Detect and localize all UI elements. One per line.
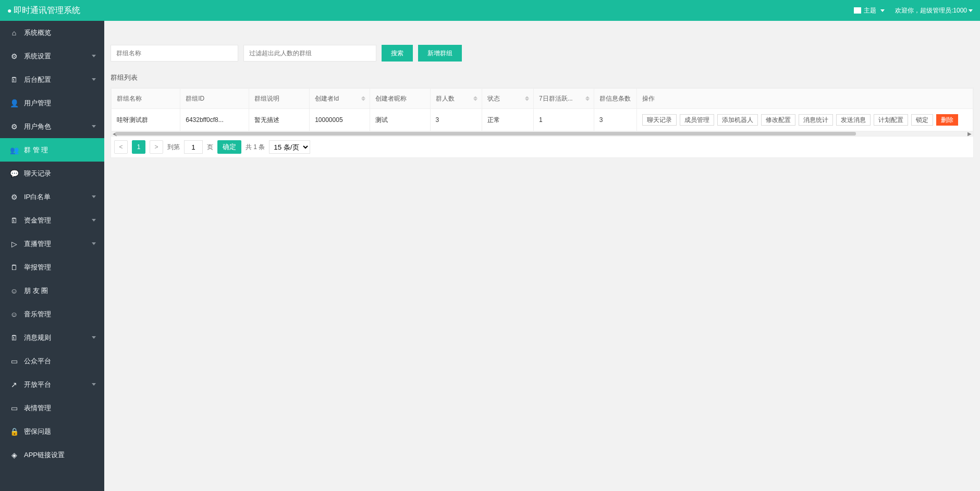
sidebar-item-icon: 🗓 xyxy=(9,76,19,84)
sidebar-item[interactable]: 👤用户管理 xyxy=(0,91,104,115)
chevron-down-icon xyxy=(92,383,96,386)
table-cell: 测试 xyxy=(370,109,430,131)
create-group-button[interactable]: 新增群组 xyxy=(418,45,462,62)
row-action-button[interactable]: 发送消息 xyxy=(836,114,871,126)
page-unit-label: 页 xyxy=(207,143,213,152)
column-header[interactable]: 状态 xyxy=(482,89,533,109)
row-action-button[interactable]: 成员管理 xyxy=(680,114,714,126)
sidebar-item-label: 系统设置 xyxy=(24,52,95,61)
row-action-button[interactable]: 聊天记录 xyxy=(642,114,677,126)
goto-label: 到第 xyxy=(167,143,180,152)
theme-label: 主题 xyxy=(864,6,876,15)
sort-icon xyxy=(585,96,590,101)
column-header[interactable]: 群人数 xyxy=(430,89,482,109)
sidebar-item[interactable]: ↗开放平台 xyxy=(0,373,104,396)
horizontal-scrollbar[interactable]: ◀ ▶ xyxy=(111,131,973,137)
theme-switcher[interactable]: 主题 xyxy=(854,6,885,15)
table-cell: 1 xyxy=(533,109,594,131)
sidebar-item[interactable]: ▭表情管理 xyxy=(0,396,104,420)
row-action-button[interactable]: 计划配置 xyxy=(874,114,908,126)
table-cell: 10000005 xyxy=(310,109,370,131)
column-header: 操作 xyxy=(637,89,973,109)
table-cell: 暂无描述 xyxy=(249,109,310,131)
welcome-text: 欢迎你，超级管理员:1000 xyxy=(895,6,967,15)
sidebar-item-label: 后台配置 xyxy=(24,75,95,84)
sidebar-item-label: 聊天记录 xyxy=(24,169,95,178)
sidebar-item[interactable]: ☺音乐管理 xyxy=(0,302,104,326)
pagination: < 1 > 到第 页 确定 共 1 条 15 条/页 xyxy=(111,137,973,157)
sidebar-item-icon: 👤 xyxy=(9,99,19,107)
prev-page-button[interactable]: < xyxy=(114,140,128,154)
app-logo-dot: ● xyxy=(7,7,11,14)
sidebar-item[interactable]: ☺朋 友 圈 xyxy=(0,279,104,302)
sidebar-item-icon: 🗓 xyxy=(9,334,19,342)
sidebar-item[interactable]: 🗓后台配置 xyxy=(0,68,104,91)
chevron-down-icon xyxy=(880,9,885,12)
chevron-down-icon xyxy=(92,195,96,198)
column-header[interactable]: 创建者Id xyxy=(310,89,370,109)
sort-icon xyxy=(473,96,477,101)
row-action-button[interactable]: 锁定 xyxy=(911,114,933,126)
sidebar-item[interactable]: 💬聊天记录 xyxy=(0,162,104,185)
chevron-down-icon xyxy=(969,9,973,12)
list-title: 群组列表 xyxy=(111,73,974,82)
row-action-button[interactable]: 删除 xyxy=(936,114,958,126)
sidebar-item-label: 举报管理 xyxy=(24,263,95,272)
sidebar-item-label: 开放平台 xyxy=(24,380,95,389)
goto-confirm-button[interactable]: 确定 xyxy=(217,140,241,154)
sidebar-item-icon: 🗒 xyxy=(9,263,19,272)
member-count-filter-input[interactable] xyxy=(243,45,376,62)
group-name-input[interactable] xyxy=(111,45,238,62)
chevron-down-icon xyxy=(92,242,96,245)
row-action-button[interactable]: 修改配置 xyxy=(761,114,795,126)
sidebar-item-label: 音乐管理 xyxy=(24,310,95,319)
sidebar-item-icon: ◈ xyxy=(9,451,19,459)
column-header: 群组名称 xyxy=(112,89,180,109)
goto-page-input[interactable] xyxy=(184,140,203,154)
app-title: 即时通讯管理系统 xyxy=(14,5,80,16)
next-page-button[interactable]: > xyxy=(150,140,163,154)
column-header: 群信息条数 xyxy=(594,89,637,109)
sidebar-item[interactable]: 🔒密保问题 xyxy=(0,420,104,443)
sidebar-item-icon: 💬 xyxy=(9,169,19,178)
row-action-button[interactable]: 添加机器人 xyxy=(717,114,758,126)
column-header: 创建者昵称 xyxy=(370,89,430,109)
sidebar-item-icon: ⚙ xyxy=(9,122,19,131)
sidebar-item-label: IP白名单 xyxy=(24,192,95,202)
sidebar-item-label: 密保问题 xyxy=(24,427,95,436)
table-cell: 3 xyxy=(594,109,637,131)
sidebar-item[interactable]: 🗓消息规则 xyxy=(0,326,104,349)
column-header[interactable]: 7日群活跃... xyxy=(533,89,594,109)
scroll-right-arrow-icon[interactable]: ▶ xyxy=(966,131,973,136)
sidebar-item-label: 消息规则 xyxy=(24,333,95,342)
sidebar-item[interactable]: 🗓资金管理 xyxy=(0,208,104,232)
sidebar-item[interactable]: 👥群 管 理 xyxy=(0,138,104,162)
sidebar-item[interactable]: ▷直播管理 xyxy=(0,232,104,255)
ops-cell: 聊天记录成员管理添加机器人修改配置消息统计发送消息计划配置锁定删除 xyxy=(637,109,973,131)
sidebar-item[interactable]: ▭公众平台 xyxy=(0,349,104,373)
sidebar-item-label: 公众平台 xyxy=(24,357,95,366)
sidebar-item-icon: 🗓 xyxy=(9,216,19,225)
sidebar-item[interactable]: ⚙系统设置 xyxy=(0,44,104,68)
sidebar-item[interactable]: 🗒举报管理 xyxy=(0,255,104,279)
row-action-button[interactable]: 消息统计 xyxy=(799,114,833,126)
chevron-down-icon xyxy=(92,78,96,81)
sidebar-item[interactable]: ⚙用户角色 xyxy=(0,115,104,138)
sidebar-item[interactable]: ⌂系统概览 xyxy=(0,21,104,44)
sidebar-item-icon: 🔒 xyxy=(9,427,19,436)
sidebar-item[interactable]: ◈APP链接设置 xyxy=(0,443,104,467)
app-header: ● 即时通讯管理系统 主题 欢迎你，超级管理员:1000 xyxy=(0,0,980,21)
sidebar-item-icon: ▭ xyxy=(9,357,19,365)
page-number-button[interactable]: 1 xyxy=(132,140,145,154)
page-size-select[interactable]: 15 条/页 xyxy=(269,140,310,154)
scrollbar-thumb[interactable] xyxy=(115,132,856,136)
sidebar-item-icon: ⌂ xyxy=(9,29,19,37)
user-menu[interactable]: 欢迎你，超级管理员:1000 xyxy=(895,6,973,15)
sidebar-item-label: 朋 友 圈 xyxy=(24,286,95,296)
chevron-down-icon xyxy=(92,55,96,57)
search-button[interactable]: 搜索 xyxy=(382,45,413,62)
sidebar-item-icon: 👥 xyxy=(9,146,19,154)
group-table: 群组名称群组ID群组说明创建者Id创建者昵称群人数状态7日群活跃...群信息条数… xyxy=(111,88,973,131)
sidebar-item[interactable]: ⚙IP白名单 xyxy=(0,185,104,208)
sidebar-item-label: 用户管理 xyxy=(24,99,95,108)
